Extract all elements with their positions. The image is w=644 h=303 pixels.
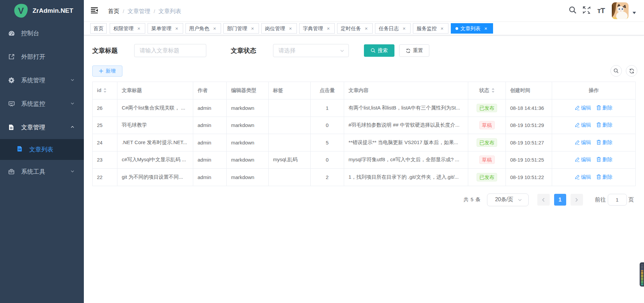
- svg-text:V: V: [18, 6, 24, 16]
